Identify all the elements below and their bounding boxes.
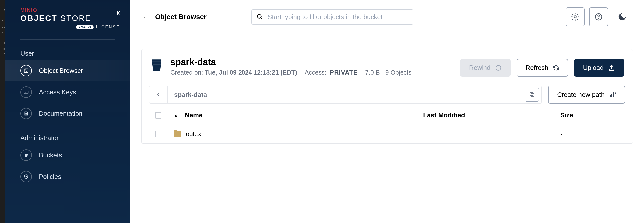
brand-license: AGPLv3 LICENSE (20, 25, 120, 30)
collapse-sidebar-icon[interactable] (117, 10, 122, 16)
back-button[interactable]: ← Object Browser (142, 13, 206, 21)
svg-point-11 (598, 19, 599, 19)
search-icon (257, 14, 263, 20)
sidebar: MINIO OBJECT STORE AGPLv3 LICENSE User O… (6, 0, 130, 223)
breadcrumb[interactable]: spark-data (168, 91, 525, 99)
settings-button[interactable] (566, 8, 585, 27)
copy-icon (529, 92, 535, 98)
policies-icon (20, 171, 32, 182)
buckets-icon (20, 149, 32, 161)
object-table: ▲Name Last Modified Size out.txt - (149, 106, 625, 143)
svg-point-4 (25, 92, 26, 93)
svg-rect-13 (152, 64, 160, 65)
row-checkbox[interactable] (155, 131, 162, 137)
create-path-button[interactable]: Create new path (548, 86, 625, 104)
main: ← Object Browser (130, 0, 644, 223)
table-row[interactable]: out.txt - (149, 125, 625, 143)
bucket-name: spark-data (170, 57, 452, 67)
terminal-sliver: snc.c.x._DIm.c (0, 0, 6, 223)
sidebar-item-label: Policies (39, 173, 61, 181)
path-bar: spark-data (149, 86, 542, 104)
page-title: Object Browser (155, 13, 206, 21)
svg-rect-17 (611, 94, 612, 97)
svg-rect-12 (152, 62, 161, 62)
documentation-icon (20, 108, 32, 119)
svg-rect-6 (25, 155, 28, 155)
theme-toggle[interactable] (612, 8, 632, 27)
svg-rect-16 (610, 95, 610, 97)
new-path-icon (609, 92, 616, 98)
folder-icon (174, 131, 182, 137)
moon-icon (617, 12, 627, 22)
bucket-icon (150, 58, 163, 72)
rewind-button: Rewind (460, 59, 511, 77)
svg-rect-15 (530, 93, 533, 96)
svg-point-9 (574, 16, 576, 18)
col-name[interactable]: ▲Name (174, 112, 423, 119)
svg-point-8 (258, 15, 261, 18)
search-input[interactable] (268, 13, 408, 21)
upload-icon (608, 64, 615, 71)
upload-button[interactable]: Upload (574, 59, 624, 77)
created-label: Created on: (170, 69, 203, 76)
sort-asc-icon: ▲ (174, 113, 178, 118)
object-size: - (560, 130, 622, 138)
created-value: Tue, Jul 09 2024 12:13:21 (EDT) (205, 69, 297, 76)
table-header: ▲Name Last Modified Size (149, 106, 625, 125)
access-label: Access: (304, 69, 326, 76)
arrow-left-icon: ← (142, 13, 150, 21)
topbar: ← Object Browser (130, 0, 644, 34)
sidebar-item-label: Object Browser (39, 67, 83, 75)
col-modified[interactable]: Last Modified (423, 112, 560, 119)
search-wrap (252, 10, 414, 25)
svg-rect-18 (613, 92, 614, 97)
svg-point-2 (27, 71, 27, 72)
logo-area: MINIO OBJECT STORE AGPLv3 LICENSE (6, 8, 130, 37)
help-icon (594, 13, 603, 21)
access-keys-icon (20, 86, 32, 98)
svg-rect-5 (25, 154, 28, 155)
agpl-badge: AGPLv3 (76, 25, 94, 30)
sidebar-item-label: Documentation (39, 110, 82, 117)
sidebar-item-label: Access Keys (39, 88, 76, 96)
svg-rect-0 (24, 69, 28, 73)
gear-icon (571, 13, 580, 22)
access-value: PRIVATE (330, 69, 358, 76)
rewind-icon (495, 65, 502, 71)
sidebar-item-object-browser[interactable]: Object Browser (6, 60, 130, 81)
refresh-button[interactable]: Refresh (517, 59, 568, 77)
brand-minio: MINIO (20, 8, 120, 13)
select-all-checkbox[interactable] (155, 112, 162, 119)
object-name: out.txt (186, 130, 203, 138)
bucket-card: spark-data Created on: Tue, Jul 09 2024 … (141, 49, 633, 144)
brand-object-store: OBJECT STORE (20, 14, 120, 23)
chevron-left-icon (156, 92, 161, 97)
svg-rect-14 (531, 94, 534, 97)
path-back-button[interactable] (149, 86, 168, 103)
sidebar-item-buckets[interactable]: Buckets (6, 144, 130, 166)
svg-point-1 (25, 70, 26, 70)
section-administrator: Administrator (6, 132, 130, 144)
object-browser-icon (20, 65, 32, 76)
sidebar-item-label: Buckets (39, 151, 62, 159)
copy-path-button[interactable] (525, 88, 539, 102)
sidebar-item-documentation[interactable]: Documentation (6, 103, 130, 124)
sidebar-item-access-keys[interactable]: Access Keys (6, 81, 130, 103)
help-button[interactable] (589, 8, 608, 27)
size-summary: 7.0 B - 9 Objects (365, 69, 412, 76)
refresh-icon (553, 65, 559, 71)
col-size[interactable]: Size (560, 112, 622, 119)
sidebar-item-policies[interactable]: Policies (6, 166, 130, 187)
section-user: User (6, 47, 130, 60)
